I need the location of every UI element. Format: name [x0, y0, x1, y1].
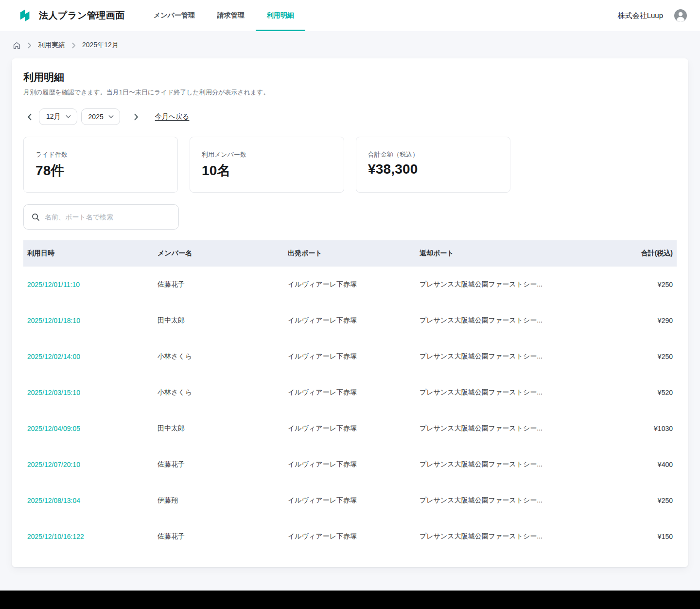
ride-datetime-link[interactable]: 2025/12/04/09:05 — [27, 425, 80, 432]
table-row: 2025/12/07/20:10 佐藤花子 イルヴィアーレ下赤塚 プレサンス大阪… — [23, 447, 677, 483]
member-name-cell: 伊藤翔 — [154, 496, 284, 505]
app-title: 法人プラン管理画面 — [39, 9, 125, 22]
table-row: 2025/12/10/16:122 佐藤花子 イルヴィアーレ下赤塚 プレサンス大… — [23, 519, 677, 555]
user-avatar-icon[interactable] — [674, 9, 687, 22]
return-port-cell: プレサンス大阪城公園ファーストシー... — [416, 388, 618, 397]
ride-datetime-link[interactable]: 2025/12/01/11:10 — [27, 281, 80, 288]
ride-datetime-link[interactable]: 2025/12/07/20:10 — [27, 461, 80, 468]
table-row: 2025/12/04/09:05 田中太郎 イルヴィアーレ下赤塚 プレサンス大阪… — [23, 411, 677, 447]
member-name-cell: 小林さくら — [154, 388, 284, 397]
departure-port-cell: イルヴィアーレ下赤塚 — [284, 496, 416, 505]
departure-port-cell: イルヴィアーレ下赤塚 — [284, 316, 416, 325]
table-row: 2025/12/03/15:10 小林さくら イルヴィアーレ下赤塚 プレサンス大… — [23, 375, 677, 411]
stat-total-amount: 合計金額（税込） ¥38,300 — [356, 137, 510, 193]
return-port-cell: プレサンス大阪城公園ファーストシー... — [416, 316, 618, 325]
departure-port-cell: イルヴィアーレ下赤塚 — [284, 352, 416, 361]
col-header-total: 合計(税込) — [618, 249, 677, 258]
usage-table: 利用日時 メンバー名 出発ポート 返却ポート 合計(税込) 2025/12/01… — [23, 240, 677, 555]
prev-month-button[interactable] — [23, 109, 36, 125]
member-name-cell: 佐藤花子 — [154, 280, 284, 289]
amount-cell: ¥290 — [618, 317, 677, 324]
departure-port-cell: イルヴィアーレ下赤塚 — [284, 388, 416, 397]
departure-port-cell: イルヴィアーレ下赤塚 — [284, 280, 416, 289]
header-right: 株式会社Luup — [618, 9, 687, 22]
member-name-cell: 田中太郎 — [154, 424, 284, 433]
return-port-cell: プレサンス大阪城公園ファーストシー... — [416, 424, 618, 433]
search-input[interactable] — [45, 213, 172, 221]
chevron-down-icon — [108, 115, 114, 119]
amount-cell: ¥400 — [618, 461, 677, 468]
amount-cell: ¥520 — [618, 389, 677, 396]
month-select[interactable]: 12月 — [39, 108, 77, 125]
departure-port-cell: イルヴィアーレ下赤塚 — [284, 532, 416, 541]
page-spacer — [0, 567, 700, 591]
departure-port-cell: イルヴィアーレ下赤塚 — [284, 460, 416, 469]
table-body: 2025/12/01/11:10 佐藤花子 イルヴィアーレ下赤塚 プレサンス大阪… — [23, 267, 677, 555]
stat-value: ¥38,300 — [368, 161, 498, 177]
chevron-right-icon — [71, 42, 76, 49]
chevron-down-icon — [66, 115, 71, 119]
amount-cell: ¥250 — [618, 497, 677, 504]
year-select[interactable]: 2025 — [81, 108, 120, 125]
table-row: 2025/12/01/11:10 佐藤花子 イルヴィアーレ下赤塚 プレサンス大阪… — [23, 267, 677, 303]
search-icon — [32, 213, 40, 221]
amount-cell: ¥1030 — [618, 425, 677, 432]
return-port-cell: プレサンス大阪城公園ファーストシー... — [416, 460, 618, 469]
ride-datetime-link[interactable]: 2025/12/08/13:04 — [27, 497, 80, 504]
home-icon[interactable] — [13, 41, 21, 50]
member-name-cell: 佐藤花子 — [154, 532, 284, 541]
return-port-cell: プレサンス大阪城公園ファーストシー... — [416, 352, 618, 361]
table-row: 2025/12/01/18:10 田中太郎 イルヴィアーレ下赤塚 プレサンス大阪… — [23, 303, 677, 339]
departure-port-cell: イルヴィアーレ下赤塚 — [284, 424, 416, 433]
luup-logo-icon — [18, 8, 32, 23]
member-name-cell: 小林さくら — [154, 352, 284, 361]
nav-billing-management[interactable]: 請求管理 — [206, 0, 256, 31]
page-title: 利用明細 — [23, 70, 677, 85]
stat-value: 10名 — [202, 161, 332, 180]
ride-datetime-link[interactable]: 2025/12/10/16:122 — [27, 533, 84, 540]
col-header-member: メンバー名 — [154, 249, 284, 258]
page-subtitle: 月別の履歴を確認できます。当月1日〜末日にライド終了した利用分が表示されます。 — [23, 88, 677, 97]
ride-datetime-link[interactable]: 2025/12/02/14:00 — [27, 353, 80, 360]
return-port-cell: プレサンス大阪城公園ファーストシー... — [416, 280, 618, 289]
next-month-button[interactable] — [130, 109, 142, 125]
amount-cell: ¥250 — [618, 281, 677, 288]
month-controls: 12月 2025 今月へ戻る — [23, 108, 677, 125]
col-header-datetime: 利用日時 — [23, 249, 154, 258]
table-header-row: 利用日時 メンバー名 出発ポート 返却ポート 合計(税込) — [23, 240, 677, 267]
nav-usage-details[interactable]: 利用明細 — [256, 0, 305, 31]
usage-details-card: 利用明細 月別の履歴を確認できます。当月1日〜末日にライド終了した利用分が表示さ… — [12, 58, 688, 567]
stat-label: ライド件数 — [35, 150, 166, 159]
col-header-return-port: 返却ポート — [416, 249, 618, 258]
member-name-cell: 田中太郎 — [154, 316, 284, 325]
brand-home-link[interactable]: 法人プラン管理画面 — [18, 8, 125, 23]
search-box — [23, 204, 179, 230]
stat-value: 78件 — [35, 161, 166, 180]
app-header: 法人プラン管理画面 メンバー管理 請求管理 利用明細 株式会社Luup — [0, 0, 700, 31]
amount-cell: ¥250 — [618, 353, 677, 360]
table-row: 2025/12/08/13:04 伊藤翔 イルヴィアーレ下赤塚 プレサンス大阪城… — [23, 483, 677, 519]
amount-cell: ¥150 — [618, 533, 677, 540]
nav-member-management[interactable]: メンバー管理 — [142, 0, 206, 31]
stats-row: ライド件数 78件 利用メンバー数 10名 合計金額（税込） ¥38,300 — [23, 137, 677, 193]
ride-datetime-link[interactable]: 2025/12/01/18:10 — [27, 317, 80, 324]
member-name-cell: 佐藤花子 — [154, 460, 284, 469]
table-row: 2025/12/02/14:00 小林さくら イルヴィアーレ下赤塚 プレサンス大… — [23, 339, 677, 375]
col-header-departure-port: 出発ポート — [284, 249, 416, 258]
stat-ride-count: ライド件数 78件 — [23, 137, 178, 193]
chevron-right-icon — [27, 42, 32, 49]
stat-label: 合計金額（税込） — [368, 150, 498, 159]
breadcrumb-current-month: 2025年12月 — [82, 41, 119, 50]
return-port-cell: プレサンス大阪城公園ファーストシー... — [416, 532, 618, 541]
stat-member-count: 利用メンバー数 10名 — [190, 137, 344, 193]
back-to-current-month-link[interactable]: 今月へ戻る — [155, 112, 190, 121]
return-port-cell: プレサンス大阪城公園ファーストシー... — [416, 496, 618, 505]
main-nav: メンバー管理 請求管理 利用明細 — [142, 0, 305, 31]
breadcrumb-usage-history[interactable]: 利用実績 — [38, 41, 65, 50]
stat-label: 利用メンバー数 — [202, 150, 332, 159]
year-select-value: 2025 — [88, 113, 104, 121]
footer-bar — [0, 591, 700, 609]
ride-datetime-link[interactable]: 2025/12/03/15:10 — [27, 389, 80, 396]
company-name: 株式会社Luup — [618, 11, 663, 20]
month-select-value: 12月 — [46, 112, 61, 121]
